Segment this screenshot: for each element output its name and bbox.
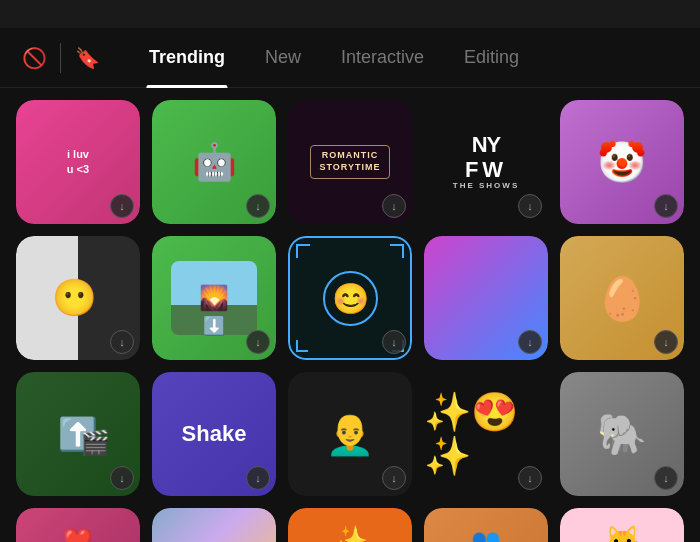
partial-grid-row: ❤️ ✨ 👥 🐱	[0, 508, 700, 542]
effect-mask[interactable]: 😶 ↓	[16, 236, 140, 360]
effect-video[interactable]: ⬆️ 🎬 ↓	[16, 372, 140, 496]
effect-gradient2[interactable]	[152, 508, 276, 542]
effect-hearts[interactable]: ❤️	[16, 508, 140, 542]
download-badge: ↓	[110, 194, 134, 218]
effect-sparkle-face[interactable]: ✨😍✨ ↓	[424, 372, 548, 496]
download-badge: ↓	[654, 466, 678, 490]
tab-new[interactable]: New	[245, 28, 321, 88]
top-bar	[0, 0, 700, 28]
tab-trending[interactable]: Trending	[129, 28, 245, 88]
effects-grid: i luvu <3 ↓ 🤖 ↓ ROMANTICSTORYTIME ↓ NY F…	[0, 88, 700, 508]
download-badge: ↓	[654, 330, 678, 354]
tab-editing[interactable]: Editing	[444, 28, 539, 88]
effect-kawaii[interactable]: 🐱	[560, 508, 684, 542]
effect-romantic[interactable]: ROMANTICSTORYTIME ↓	[288, 100, 412, 224]
effect-character[interactable]: 👨‍🦲 ↓	[288, 372, 412, 496]
download-badge: ↓	[110, 330, 134, 354]
download-badge: ↓	[246, 466, 270, 490]
download-badge: ↓	[382, 466, 406, 490]
download-badge: ↓	[518, 466, 542, 490]
download-badge: ↓	[518, 330, 542, 354]
download-badge: ↓	[518, 194, 542, 218]
effect-face-scan[interactable]: 😊 ↓	[288, 236, 412, 360]
download-badge: ↓	[110, 466, 134, 490]
effect-landscape[interactable]: 🌄 ⬇️ ↓	[152, 236, 276, 360]
disabled-icon: 🚫	[16, 40, 52, 76]
effect-orange-sparkle[interactable]: ✨	[288, 508, 412, 542]
effect-shake[interactable]: Shake ↓	[152, 372, 276, 496]
tab-interactive[interactable]: Interactive	[321, 28, 444, 88]
effect-nyfw[interactable]: NY FW THE SHOWS ↓	[424, 100, 548, 224]
download-badge: ↓	[246, 330, 270, 354]
nav-icons: 🚫 🔖	[16, 40, 105, 76]
effect-gray-elephant[interactable]: 🐘 ↓	[560, 372, 684, 496]
effect-egg[interactable]: 🥚 ↓	[560, 236, 684, 360]
nav-tabs: 🚫 🔖 Trending New Interactive Editing	[0, 28, 700, 88]
download-badge: ↓	[654, 194, 678, 218]
download-badge: ↓	[382, 194, 406, 218]
download-badge: ↓	[246, 194, 270, 218]
bookmark-icon: 🔖	[69, 40, 105, 76]
nav-divider	[60, 43, 61, 73]
effect-iluv[interactable]: i luvu <3 ↓	[16, 100, 140, 224]
effect-download-robot[interactable]: 🤖 ↓	[152, 100, 276, 224]
effect-clown[interactable]: 🤡 ↓	[560, 100, 684, 224]
download-badge: ↓	[382, 330, 406, 354]
effect-gradient[interactable]: ↓	[424, 236, 548, 360]
effect-group[interactable]: 👥	[424, 508, 548, 542]
